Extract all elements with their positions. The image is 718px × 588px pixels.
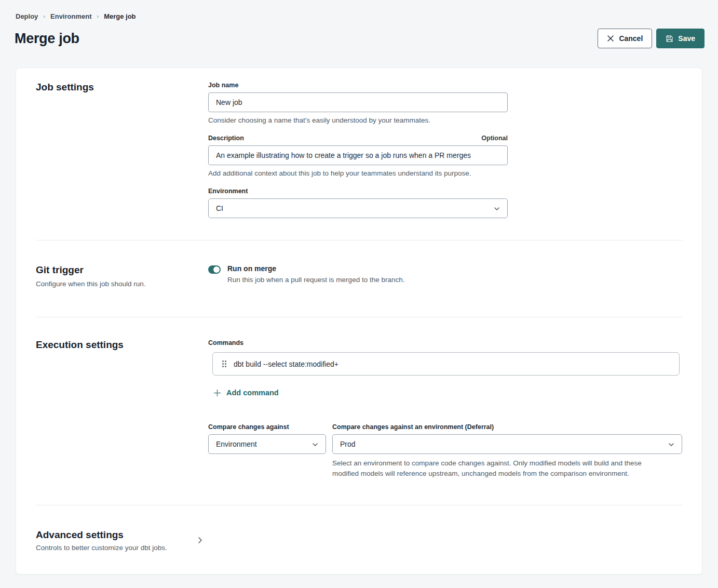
deferral-select-value: Prod <box>340 440 356 448</box>
section-execution-settings: Execution settings Commands Add command <box>16 317 702 505</box>
toggle-knob <box>213 266 220 273</box>
save-button[interactable]: Save <box>656 29 705 48</box>
description-helper: Add additional context about this job to… <box>208 169 682 177</box>
deferral-group: Compare changes against an environment (… <box>332 423 682 479</box>
job-name-input[interactable] <box>208 92 508 112</box>
environment-select[interactable]: CI <box>208 198 508 218</box>
deferral-select[interactable]: Prod <box>332 434 682 454</box>
cancel-button-label: Cancel <box>619 34 643 43</box>
command-input[interactable] <box>234 360 671 368</box>
chevron-down-icon <box>494 204 500 212</box>
description-label: Description <box>208 135 244 142</box>
save-button-label: Save <box>678 34 695 43</box>
description-input[interactable] <box>208 145 508 165</box>
compare-row: Compare changes against Environment Comp… <box>208 423 682 479</box>
job-settings-heading-col: Job settings <box>36 82 208 218</box>
git-trigger-form: Run on merge Run this job when a pull re… <box>208 264 682 288</box>
deferral-helper: Select an environment to compare code ch… <box>332 458 670 479</box>
chevron-down-icon <box>312 440 318 448</box>
advanced-settings-heading-col: Advanced settings Controls to better cus… <box>36 529 208 552</box>
git-trigger-subtitle: Configure when this job should run. <box>36 280 208 288</box>
section-git-trigger: Git trigger Configure when this job shou… <box>16 240 702 317</box>
description-label-row: Description Optional <box>208 135 508 142</box>
job-name-helper: Consider choosing a name that's easily u… <box>208 116 682 124</box>
job-name-field-group: Job name Consider choosing a name that's… <box>208 82 682 124</box>
command-row <box>212 352 680 376</box>
commands-label: Commands <box>208 339 682 346</box>
deferral-label: Compare changes against an environment (… <box>332 423 682 431</box>
add-command-button[interactable]: Add command <box>213 389 279 397</box>
page-header: Merge job Cancel Save <box>0 20 718 48</box>
job-settings-form: Job name Consider choosing a name that's… <box>208 82 682 218</box>
run-on-merge-text: Run on merge Run this job when a pull re… <box>227 264 404 284</box>
plus-icon <box>213 389 221 397</box>
breadcrumb-environment[interactable]: Environment <box>50 12 91 20</box>
section-advanced-settings[interactable]: Advanced settings Controls to better cus… <box>16 505 702 576</box>
drag-handle-icon[interactable] <box>222 360 226 367</box>
compare-against-select-value: Environment <box>216 440 257 448</box>
run-on-merge-toggle[interactable] <box>208 265 221 274</box>
page-title: Merge job <box>15 31 79 47</box>
cancel-button[interactable]: Cancel <box>598 29 652 48</box>
description-field-group: Description Optional Add additional cont… <box>208 135 682 177</box>
chevron-right-icon[interactable] <box>198 537 202 552</box>
breadcrumb-merge-job: Merge job <box>104 12 136 20</box>
advanced-settings-heading: Advanced settings <box>36 529 208 541</box>
chevron-down-icon <box>668 440 674 448</box>
header-actions: Cancel Save <box>598 29 705 48</box>
run-on-merge-description: Run this job when a pull request is merg… <box>227 276 404 284</box>
section-job-settings: Job settings Job name Consider choosing … <box>16 68 702 240</box>
run-on-merge-label: Run on merge <box>227 264 404 273</box>
compare-against-group: Compare changes against Environment <box>208 423 326 479</box>
job-settings-heading: Job settings <box>36 82 208 93</box>
git-trigger-heading: Git trigger <box>36 264 208 276</box>
advanced-settings-subtitle: Controls to better customize your dbt jo… <box>36 544 208 552</box>
run-on-merge-row: Run on merge Run this job when a pull re… <box>208 264 682 284</box>
x-icon <box>607 35 614 42</box>
breadcrumb-deploy[interactable]: Deploy <box>16 12 38 20</box>
compare-against-select[interactable]: Environment <box>208 434 326 454</box>
merge-job-page: Deploy › Environment › Merge job Merge j… <box>0 0 718 588</box>
breadcrumb-separator-icon: › <box>97 14 99 19</box>
breadcrumb-separator-icon: › <box>43 14 45 19</box>
floppy-disk-icon <box>666 35 673 43</box>
execution-settings-form: Commands Add command Compare changes a <box>208 339 682 479</box>
breadcrumb: Deploy › Environment › Merge job <box>0 0 718 20</box>
execution-settings-heading-col: Execution settings <box>36 339 208 479</box>
environment-label: Environment <box>208 188 682 195</box>
job-settings-card: Job settings Job name Consider choosing … <box>16 68 702 574</box>
compare-against-label: Compare changes against <box>208 423 326 431</box>
description-optional-badge: Optional <box>481 135 508 142</box>
environment-select-value: CI <box>216 204 223 212</box>
job-name-label: Job name <box>208 82 682 89</box>
environment-field-group: Environment CI <box>208 188 682 218</box>
execution-settings-heading: Execution settings <box>36 339 208 351</box>
add-command-label: Add command <box>226 389 279 397</box>
git-trigger-heading-col: Git trigger Configure when this job shou… <box>36 264 208 288</box>
